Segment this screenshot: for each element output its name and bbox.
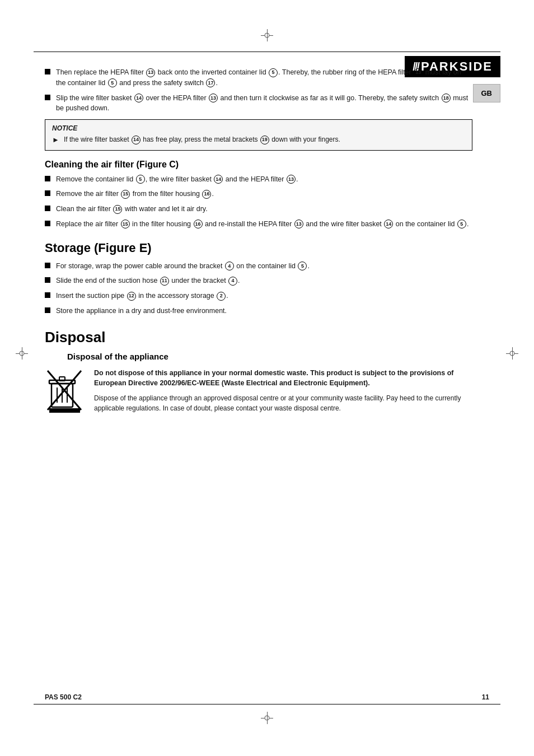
list-item: Clean the air filter 15 with water and l…	[45, 204, 472, 214]
storage-bullets: For storage, wrap the power cable around…	[45, 261, 472, 316]
page: /// PARKSIDE GB Then replace the HEPA fi…	[0, 0, 534, 756]
bullet-icon	[45, 221, 50, 226]
rule-bottom	[34, 704, 500, 704]
disposal-content: Do not dispose of this appliance in your…	[45, 368, 472, 414]
model-number: PAS 500 C2	[45, 693, 82, 701]
list-item: Store the appliance in a dry and dust-fr…	[45, 306, 472, 316]
bullet-icon	[45, 263, 50, 268]
reg-mark-left	[16, 347, 28, 362]
cleaning-heading: Cleaning the air filter (Figure C)	[45, 160, 472, 170]
disposal-subheading: Disposal of the appliance	[67, 352, 472, 361]
disposal-normal-text: Dispose of the appliance through an appr…	[94, 393, 472, 413]
list-item: Insert the suction pipe 12 in the access…	[45, 291, 472, 301]
svg-rect-8	[49, 408, 80, 413]
bullet-icon	[45, 292, 50, 298]
list-item: Slide the end of the suction hose 11 und…	[45, 276, 472, 286]
page-number: 11	[482, 693, 489, 701]
list-item: For storage, wrap the power cable around…	[45, 261, 472, 272]
recycling-icon	[45, 368, 84, 414]
notice-title: NOTICE	[52, 124, 465, 132]
disposal-bold-text: Do not dispose of this appliance in your…	[94, 368, 472, 389]
list-item: Then replace the HEPA filter 13 back ont…	[45, 67, 472, 88]
bullet-icon	[45, 176, 50, 181]
main-content: Then replace the HEPA filter 13 back ont…	[45, 67, 472, 414]
rule-top	[34, 52, 500, 52]
storage-heading: Storage (Figure E)	[45, 241, 472, 255]
notice-box: NOTICE ► If the wire filter basket 14 ha…	[45, 119, 472, 151]
cleaning-bullets: Remove the container lid 5, the wire fil…	[45, 174, 472, 230]
bullet-icon	[45, 277, 50, 283]
notice-item: ► If the wire filter basket 14 has free …	[52, 134, 465, 146]
list-item: Remove the container lid 5, the wire fil…	[45, 174, 472, 185]
bullet-icon	[45, 190, 50, 196]
page-footer: PAS 500 C2 11	[45, 693, 489, 701]
bullet-icon	[45, 95, 50, 100]
storage-last-item: Store the appliance in a dry and dust-fr…	[56, 306, 227, 316]
list-item: Slip the wire filter basket 14 over the …	[45, 93, 472, 114]
disposal-heading: Disposal	[45, 329, 472, 346]
list-item: Remove the air filter 15 from the filter…	[45, 189, 472, 199]
reg-mark-top	[261, 29, 273, 44]
reg-mark-bottom	[261, 712, 273, 727]
top-bullets: Then replace the HEPA filter 13 back ont…	[45, 67, 472, 114]
disposal-text-block: Do not dispose of this appliance in your…	[94, 368, 472, 414]
bullet-icon	[45, 206, 50, 211]
bullet-icon	[45, 307, 50, 313]
gb-tab: GB	[473, 84, 501, 102]
list-item: Replace the air filter 15 in the filter …	[45, 219, 472, 230]
bullet-icon	[45, 69, 50, 74]
reg-mark-right	[506, 347, 518, 362]
